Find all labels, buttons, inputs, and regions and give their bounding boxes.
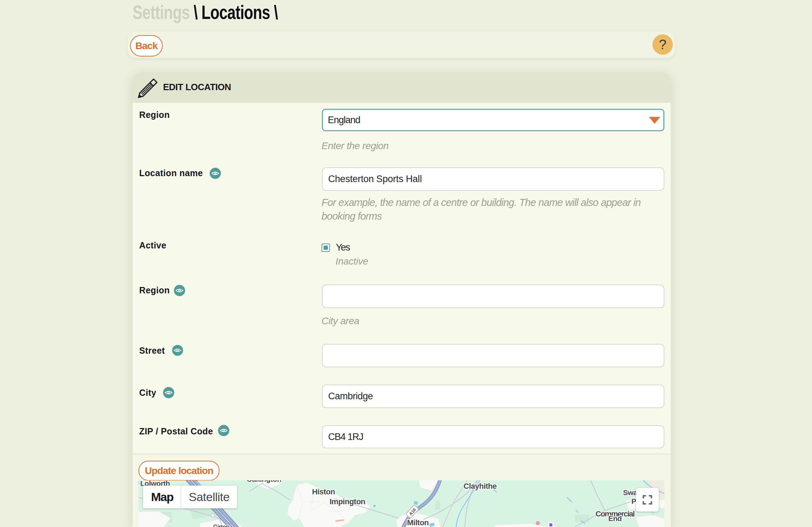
svg-text:Girton: Girton — [213, 524, 229, 527]
svg-text:Impington: Impington — [330, 497, 365, 506]
svg-text:End: End — [608, 514, 622, 522]
svg-text:Milton: Milton — [407, 518, 429, 527]
svg-text:Histon: Histon — [312, 487, 335, 496]
svg-text:Clayhithe: Clayhithe — [463, 482, 497, 491]
svg-text:Oakington: Oakington — [246, 480, 281, 483]
